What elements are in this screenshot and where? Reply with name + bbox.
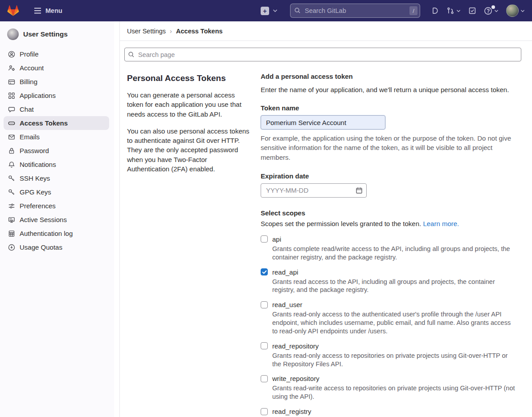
issues-icon: [431, 7, 439, 15]
learn-more-link[interactable]: Learn more.: [423, 220, 459, 227]
sidebar-item[interactable]: Emails: [4, 130, 109, 144]
expiration-date-input[interactable]: [261, 183, 367, 198]
breadcrumb-access-tokens: Access Tokens: [176, 28, 223, 35]
search-shortcut-key: /: [409, 6, 417, 15]
sidebar-item[interactable]: Billing: [4, 75, 109, 89]
scope-description: Grants read-only access to repositories …: [272, 352, 516, 368]
email-icon: [8, 134, 15, 141]
scope-description: Grants read access to the API, including…: [272, 278, 516, 295]
page-search-input[interactable]: [124, 48, 521, 61]
section-description: Personal Access Tokens You can generate …: [127, 72, 250, 417]
todos-button[interactable]: [468, 7, 476, 15]
sidebar-item[interactable]: Notifications: [4, 158, 109, 171]
sidebar-item-label: Active Sessions: [20, 216, 67, 223]
help-menu-button[interactable]: [484, 7, 499, 15]
scope-checkbox-row[interactable]: read_registry: [261, 408, 521, 415]
help-icon: [484, 7, 492, 15]
merge-requests-button[interactable]: [446, 7, 461, 15]
key-icon: [8, 175, 15, 182]
profile-icon: [8, 51, 15, 58]
user-avatar: [506, 4, 519, 17]
sidebar-item-label: Applications: [20, 92, 56, 99]
issues-button[interactable]: [431, 7, 439, 15]
sidebar-item-label: Account: [20, 64, 44, 72]
description-paragraph: You can generate a personal access token…: [127, 90, 250, 119]
notification-dot: [491, 5, 495, 9]
sidebar-item[interactable]: Access Tokens: [4, 116, 109, 130]
monitor-icon: [8, 216, 15, 223]
todo-check-icon: [468, 7, 476, 15]
scope-checkbox-row[interactable]: read_repository: [261, 342, 521, 350]
scopes-list: api Grants complete read/write access to…: [261, 235, 521, 417]
scope-checkbox-row[interactable]: write_repository: [261, 375, 521, 382]
scope-name: read_api: [272, 268, 298, 276]
token-name-input[interactable]: [261, 115, 385, 130]
gitlab-logo-icon[interactable]: [7, 5, 19, 16]
plus-icon: +: [261, 7, 269, 15]
sidebar-item-label: GPG Keys: [20, 188, 51, 196]
scope-checkbox[interactable]: [261, 342, 268, 349]
search-icon: [128, 51, 135, 58]
user-avatar-small: [7, 28, 19, 40]
sidebar-item[interactable]: Active Sessions: [4, 213, 109, 227]
top-navbar: Menu + /: [0, 0, 532, 21]
scope-description: Grants complete read/write access to the…: [272, 245, 516, 262]
scope-row: read_repository Grants read-only access …: [261, 342, 521, 368]
global-search-input[interactable]: [290, 4, 420, 18]
scope-checkbox-row[interactable]: read_user: [261, 301, 521, 308]
expiration-date-field: [261, 183, 367, 198]
menu-button[interactable]: Menu: [34, 7, 62, 14]
calendar-icon[interactable]: [356, 187, 363, 194]
scope-row: write_repository Grants read-write acces…: [261, 375, 521, 401]
chevron-down-icon: [456, 9, 461, 12]
check-icon: [262, 270, 267, 274]
key2-icon: [8, 189, 15, 196]
sidebar-item[interactable]: Chat: [4, 102, 109, 116]
token-name-help: For example, the application using the t…: [261, 134, 521, 162]
sidebar-item-label: Access Tokens: [20, 119, 68, 127]
sliders-icon: [8, 202, 15, 210]
quota-icon: [8, 244, 15, 251]
chevron-down-icon: [520, 9, 525, 12]
scope-checkbox-row[interactable]: read_api: [261, 268, 521, 276]
scope-checkbox[interactable]: [261, 375, 268, 382]
sidebar-item-label: Password: [20, 147, 49, 154]
scope-name: read_registry: [272, 408, 311, 415]
sidebar-item[interactable]: Applications: [4, 89, 109, 102]
scope-checkbox-row[interactable]: api: [261, 235, 521, 243]
sidebar-item[interactable]: Preferences: [4, 199, 109, 213]
scope-row: read_registry Grants read-only access to…: [261, 408, 521, 417]
sidebar-item[interactable]: Usage Quotas: [4, 240, 109, 254]
lock-icon: [8, 147, 15, 154]
account-icon: [8, 65, 15, 72]
form-intro: Enter the name of your application, and …: [261, 86, 521, 93]
scope-name: api: [272, 235, 281, 243]
scopes-hint-text: Scopes set the permission levels granted…: [261, 220, 421, 227]
sidebar-header: User Settings: [0, 27, 114, 47]
billing-icon: [8, 78, 15, 85]
sidebar-item[interactable]: Password: [4, 144, 109, 158]
sidebar-item-label: SSH Keys: [20, 174, 50, 182]
user-menu-button[interactable]: [506, 4, 525, 17]
scope-name: write_repository: [272, 375, 319, 382]
scope-row: read_user Grants read-only access to the…: [261, 301, 521, 336]
settings-section: Personal Access Tokens You can generate …: [120, 61, 532, 417]
chat-icon: [8, 106, 15, 113]
scope-checkbox[interactable]: [261, 235, 268, 243]
select-scopes-label: Select scopes: [261, 209, 521, 217]
new-menu-button[interactable]: +: [261, 7, 278, 15]
scope-checkbox[interactable]: [261, 268, 268, 275]
sidebar-item[interactable]: GPG Keys: [4, 185, 109, 199]
scope-checkbox[interactable]: [261, 301, 268, 308]
breadcrumb-user-settings[interactable]: User Settings: [127, 28, 166, 35]
sidebar-item[interactable]: Authentication log: [4, 227, 109, 240]
sidebar-item[interactable]: Profile: [4, 47, 109, 61]
sidebar-title: User Settings: [23, 30, 68, 38]
chevron-down-icon: [273, 9, 278, 12]
scope-checkbox[interactable]: [261, 408, 268, 415]
page-search: [124, 48, 521, 61]
sidebar-item[interactable]: SSH Keys: [4, 171, 109, 185]
sidebar-item[interactable]: Account: [4, 61, 109, 75]
navbar-icons: [431, 4, 525, 17]
sidebar-item-label: Chat: [20, 105, 34, 113]
